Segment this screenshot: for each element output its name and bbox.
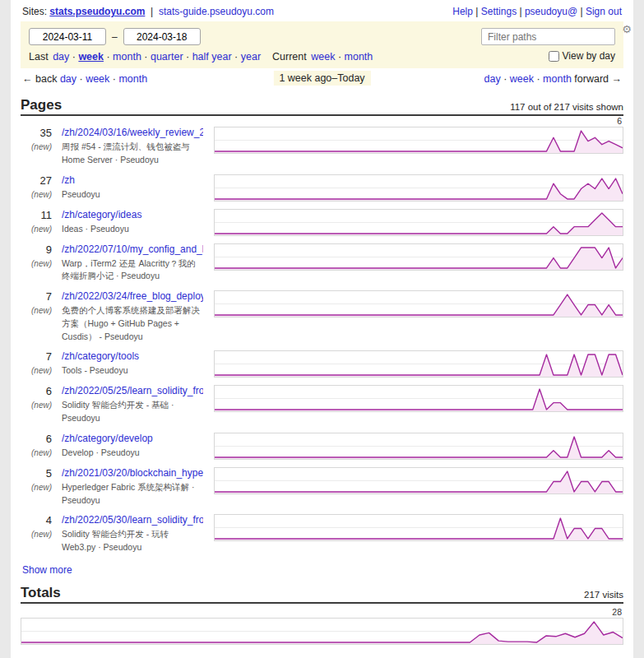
nav-back-link[interactable]: week (86, 73, 109, 85)
new-badge: (new) (21, 190, 52, 199)
period-link[interactable]: year (241, 51, 261, 63)
page-description: 免费的个人博客系统搭建及部署解决方案（Hugo + GitHub Pages +… (62, 304, 203, 343)
pages-summary: 117 out of 217 visits shown (510, 102, 623, 114)
page-count-column: 5 (new) (21, 467, 52, 507)
nav-forward-link[interactable]: day (484, 73, 501, 85)
page-info-column: /zh/2022/05/25/learn_solidity_from_… Sol… (62, 385, 203, 425)
new-badge: (new) (21, 448, 52, 457)
site-link-other[interactable]: stats-guide.pseudoyu.com (159, 6, 274, 17)
separator: | (577, 6, 586, 17)
sparkline (215, 515, 623, 540)
page-count-column: 6 (new) (21, 433, 52, 460)
visit-count: 6 (46, 385, 52, 397)
page-sparkline-chart[interactable] (214, 385, 623, 412)
pages-section: Pages 117 out of 217 visits shown 35 (ne… (21, 97, 623, 576)
back-label: back (35, 73, 57, 85)
nav-forward-link[interactable]: month (543, 73, 572, 85)
visit-count: 9 (46, 243, 52, 256)
page-description: Tools - Pseudoyu (62, 364, 203, 378)
sparkline (215, 433, 623, 459)
referrers-section: Top referrers 25% Google 54 24% (unknown… (21, 655, 307, 658)
page-sparkline-chart[interactable] (214, 174, 623, 202)
period-link[interactable]: half year (192, 51, 232, 63)
page-sparkline-chart[interactable] (214, 467, 623, 494)
view-by-day-checkbox[interactable] (549, 51, 559, 62)
totals-chart[interactable]: 28 (21, 618, 623, 645)
date-range-row: – (29, 28, 373, 45)
page-row: 6 (new) /zh/2022/05/25/learn_solidity_fr… (21, 385, 623, 425)
page-path-link[interactable]: /zh (62, 174, 203, 186)
page-info-column: /zh Pseudoyu (62, 174, 203, 202)
separator: · (501, 73, 510, 85)
period-link[interactable]: month (113, 51, 141, 63)
account-link[interactable]: Sign out (586, 6, 622, 17)
page-path-link[interactable]: /zh/2022/05/25/learn_solidity_from_… (62, 385, 203, 396)
view-by-day-toggle[interactable]: View by day (549, 50, 615, 62)
pages-show-more-link[interactable]: Show more (22, 564, 72, 576)
current-range-badge: 1 week ago–Today (273, 71, 370, 86)
page-sparkline-chart[interactable] (214, 243, 623, 271)
site-link-current[interactable]: stats.pseudoyu.com (49, 6, 145, 17)
period-link[interactable]: day (53, 51, 69, 63)
period-link[interactable]: quarter (151, 51, 183, 63)
page-sparkline-chart[interactable] (214, 433, 623, 460)
separator: · (69, 51, 78, 63)
page-row: 11 (new) /zh/category/ideas Ideas · Pseu… (21, 209, 623, 236)
period-link[interactable]: week (311, 51, 335, 63)
page-sparkline-chart[interactable] (214, 350, 623, 378)
page-description: Develop · Pseudoyu (62, 447, 203, 460)
page-count-column: 27 (new) (21, 174, 52, 202)
page-sparkline-chart[interactable] (214, 290, 623, 317)
page-path-link[interactable]: /zh/category/develop (62, 433, 203, 444)
filter-paths-input[interactable] (481, 28, 615, 45)
visit-count: 27 (40, 174, 52, 187)
nav-forward-link[interactable]: week (510, 73, 534, 85)
page-path-link[interactable]: /zh/2022/07/10/my_config_and_bea… (62, 243, 203, 255)
date-from-input[interactable] (29, 28, 106, 45)
totals-sparkline (21, 619, 623, 644)
page-info-column: /zh/category/ideas Ideas · Pseudoyu (62, 209, 203, 236)
account-link[interactable]: Settings (481, 6, 517, 17)
nav-back-link[interactable]: month (118, 73, 147, 85)
page-path-link[interactable]: /zh/2022/05/30/learn_solidity_from_… (62, 514, 203, 526)
totals-heading: Totals 217 visits (21, 585, 623, 604)
page-description: Hyperledger Fabric 系统架构详解 · Pseudoyu (62, 481, 203, 507)
back-arrow-icon: ← (22, 73, 33, 85)
page-description: Pseudoyu (62, 188, 203, 202)
page-description: 周报 #54 - 漂流计划、钱包被盗与 Home Server · Pseudo… (62, 141, 203, 167)
account-link[interactable]: Help (452, 6, 473, 17)
page-description: Ideas · Pseudoyu (62, 223, 203, 236)
gear-icon[interactable]: ⚙ (622, 23, 632, 35)
account-links: Help | Settings | pseudoyu@ | Sign out (452, 6, 622, 17)
page-sparkline-chart[interactable]: 6 (214, 127, 623, 154)
page-sparkline-chart[interactable] (214, 514, 623, 541)
sparkline (215, 244, 623, 270)
account-link[interactable]: pseudoyu@ (525, 6, 577, 17)
separator: · (232, 51, 241, 63)
separator: · (76, 73, 86, 85)
new-badge: (new) (21, 401, 52, 410)
page-path-link[interactable]: /zh/category/ideas (62, 209, 203, 220)
visit-count: 35 (40, 127, 52, 139)
page-path-link[interactable]: /zh/2024/03/16/weekly_review_202… (62, 127, 203, 138)
browsers-section: Browsers 76% Chrome 164 23% Safari 50 1%… (338, 655, 624, 658)
period-link[interactable]: week (78, 51, 104, 63)
nav-back-link[interactable]: day (60, 73, 76, 85)
stats-columns: Top referrers 25% Google 54 24% (unknown… (21, 655, 623, 658)
page-sparkline-chart[interactable] (214, 209, 623, 236)
page-row: 4 (new) /zh/2022/05/30/learn_solidity_fr… (21, 514, 623, 554)
header-panel: – Last day · week · month · quarter · ha… (21, 21, 623, 68)
visit-count: 7 (46, 350, 52, 363)
pages-list: 35 (new) /zh/2024/03/16/weekly_review_20… (21, 127, 623, 554)
page-count-column: 4 (new) (21, 514, 52, 554)
page-count-column: 11 (new) (21, 209, 52, 236)
separator: · (335, 51, 344, 63)
totals-title: Totals (21, 585, 61, 601)
new-badge: (new) (21, 225, 52, 234)
sites-group: Sites: stats.pseudoyu.com | stats-guide.… (22, 6, 274, 17)
page-path-link[interactable]: /zh/2021/03/20/blockchain_hyperle… (62, 467, 203, 479)
date-to-input[interactable] (123, 28, 201, 45)
page-path-link[interactable]: /zh/category/tools (62, 350, 203, 362)
period-link[interactable]: month (345, 51, 373, 63)
page-path-link[interactable]: /zh/2022/03/24/free_blog_deploy_u… (62, 290, 203, 302)
